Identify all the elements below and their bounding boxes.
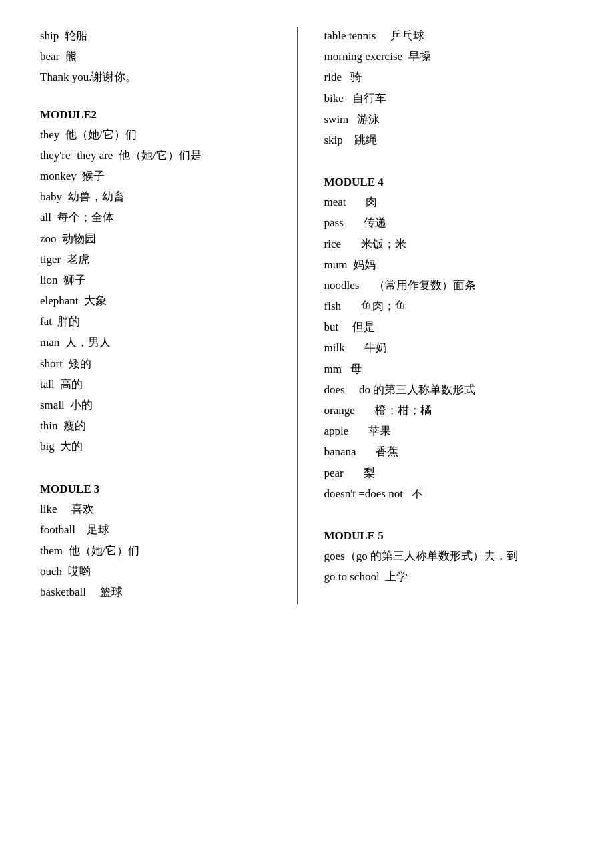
list-item: meat 肉 bbox=[324, 193, 561, 211]
english-word: bear bbox=[40, 50, 59, 63]
english-word: swim bbox=[324, 113, 349, 126]
list-item: morning exercise 早操 bbox=[324, 47, 561, 65]
module3-heading: MODULE 3 bbox=[40, 483, 277, 496]
english-word: meat bbox=[324, 196, 346, 208]
module5-heading: MODULE 5 bbox=[324, 529, 561, 543]
list-item: all 每个；全体 bbox=[40, 208, 277, 226]
module2-heading: MODULE2 bbox=[40, 108, 277, 122]
chinese-meaning: 足球 bbox=[87, 523, 109, 536]
english-word: they're=they are bbox=[40, 149, 113, 162]
list-item: doesn't =does not 不 bbox=[324, 485, 561, 503]
chinese-meaning: 游泳 bbox=[357, 113, 380, 126]
list-item: fat 胖的 bbox=[40, 312, 277, 331]
left-column: ship 轮船 bear 熊 Thank you.谢谢你。 MODULE2 th… bbox=[40, 27, 298, 604]
chinese-meaning: 幼兽，幼畜 bbox=[68, 190, 125, 203]
english-word: fat bbox=[40, 315, 52, 328]
english-word: like bbox=[40, 503, 57, 515]
list-item: small 小的 bbox=[40, 396, 277, 414]
list-item: table tennis 乒乓球 bbox=[324, 27, 561, 45]
english-word: zoo bbox=[40, 232, 57, 245]
list-item: they're=they are 他（她/它）们是 bbox=[40, 146, 277, 164]
english-word: tiger bbox=[40, 253, 61, 266]
list-item: ship 轮船 bbox=[40, 27, 277, 45]
english-word: morning exercise bbox=[324, 50, 403, 63]
chinese-meaning: （常用作复数）面条 bbox=[374, 279, 476, 292]
list-item: elephant 大象 bbox=[40, 292, 277, 310]
chinese-meaning: 喜欢 bbox=[71, 503, 94, 515]
english-word: all bbox=[40, 211, 51, 224]
chinese-meaning: 梨 bbox=[364, 467, 375, 479]
english-word: apple bbox=[324, 425, 349, 437]
english-word: elephant bbox=[40, 294, 79, 307]
chinese-meaning: 狮子 bbox=[63, 274, 86, 286]
chinese-meaning: 肉 bbox=[366, 196, 377, 208]
list-item: lion 狮子 bbox=[40, 271, 277, 289]
english-word: football bbox=[40, 523, 75, 536]
list-item: basketball 篮球 bbox=[40, 583, 277, 601]
list-item: like 喜欢 bbox=[40, 500, 277, 518]
list-item: mum 妈妈 bbox=[324, 256, 561, 274]
page-layout: ship 轮船 bear 熊 Thank you.谢谢你。 MODULE2 th… bbox=[40, 27, 574, 604]
list-item: them 他（她/它）们 bbox=[40, 541, 277, 560]
chinese-meaning: 每个；全体 bbox=[57, 211, 114, 224]
english-word: they bbox=[40, 128, 59, 141]
list-item: tiger 老虎 bbox=[40, 250, 277, 268]
english-word: short bbox=[40, 357, 63, 370]
chinese-meaning: 牛奶 bbox=[364, 341, 387, 354]
chinese-meaning: 妈妈 bbox=[353, 258, 376, 271]
english-word: tall bbox=[40, 378, 55, 391]
list-item: bike 自行车 bbox=[324, 89, 561, 107]
chinese-meaning: 猴子 bbox=[82, 170, 105, 182]
list-item: pass 传递 bbox=[324, 214, 561, 232]
list-item: short 矮的 bbox=[40, 355, 277, 373]
right-column: table tennis 乒乓球 morning exercise 早操 rid… bbox=[318, 27, 575, 604]
english-word: thin bbox=[40, 419, 57, 432]
chinese-meaning: 米饭；米 bbox=[361, 238, 406, 250]
chinese-meaning: 母 bbox=[350, 363, 362, 375]
english-word: fish bbox=[324, 300, 342, 312]
list-item: thin 瘦的 bbox=[40, 417, 277, 435]
list-item: but 但是 bbox=[324, 318, 561, 336]
chinese-meaning: 小的 bbox=[70, 399, 93, 411]
chinese-meaning: 高的 bbox=[60, 378, 83, 391]
english-word: mum bbox=[324, 258, 348, 271]
english-word: orange bbox=[324, 404, 355, 417]
english-word: pass bbox=[324, 216, 344, 229]
module4-heading: MODULE 4 bbox=[324, 176, 561, 189]
list-item: mm 母 bbox=[324, 360, 561, 378]
english-word: lion bbox=[40, 274, 57, 286]
chinese-meaning: 鱼肉；鱼 bbox=[361, 300, 406, 312]
english-word: Thank you. bbox=[40, 71, 91, 83]
chinese-meaning: 上学 bbox=[385, 570, 408, 583]
chinese-meaning: 大象 bbox=[84, 294, 107, 307]
chinese-meaning: 轮船 bbox=[65, 29, 87, 42]
chinese-meaning: 他（她/它）们 bbox=[69, 544, 140, 557]
english-word: baby bbox=[40, 190, 62, 203]
english-word: rice bbox=[324, 238, 341, 250]
english-word: milk bbox=[324, 341, 345, 354]
chinese-meaning: 自行车 bbox=[352, 92, 386, 105]
chinese-meaning: 跳绳 bbox=[354, 134, 377, 146]
list-item: apple 苹果 bbox=[324, 422, 561, 440]
list-item: man 人，男人 bbox=[40, 333, 277, 351]
english-word: pear bbox=[324, 467, 344, 479]
english-word: go to school bbox=[324, 570, 380, 583]
chinese-meaning: do 的第三人称单数形式 bbox=[359, 383, 475, 396]
chinese-meaning: 早操 bbox=[408, 50, 431, 63]
english-word: mm bbox=[324, 363, 342, 375]
english-word: monkey bbox=[40, 170, 77, 182]
english-word: table tennis bbox=[324, 29, 376, 42]
english-word: ride bbox=[324, 71, 342, 83]
chinese-meaning: 胖的 bbox=[57, 315, 80, 328]
list-item: swim 游泳 bbox=[324, 110, 561, 128]
list-item: milk 牛奶 bbox=[324, 339, 561, 357]
list-item: monkey 猴子 bbox=[40, 167, 277, 185]
list-item: big 大的 bbox=[40, 437, 277, 455]
list-item: ouch 哎哟 bbox=[40, 562, 277, 580]
list-item: does do 的第三人称单数形式 bbox=[324, 381, 561, 399]
english-word: but bbox=[324, 320, 339, 333]
english-word: noodles bbox=[324, 279, 360, 292]
list-item: go to school 上学 bbox=[324, 568, 561, 586]
english-word: bike bbox=[324, 92, 344, 105]
english-word: ship bbox=[40, 29, 59, 42]
